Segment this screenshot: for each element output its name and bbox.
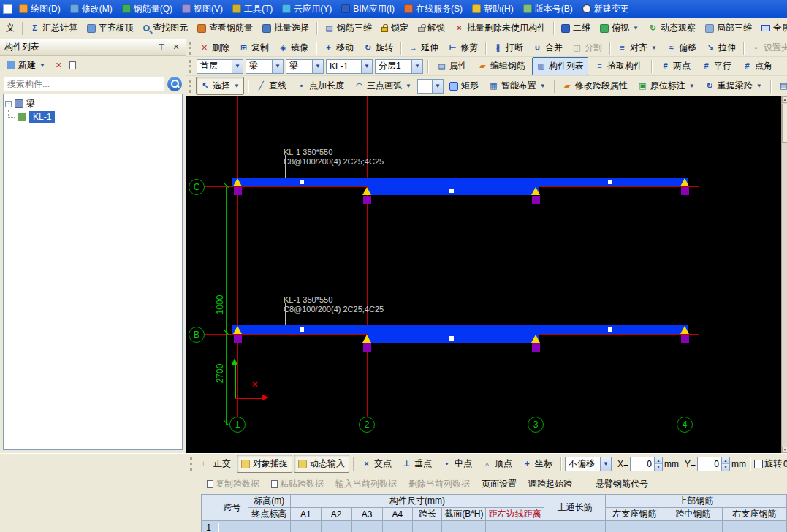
table-cell[interactable] — [321, 521, 351, 532]
grip-handle[interactable] — [300, 180, 304, 184]
trim-button[interactable]: ⊢修剪 — [444, 39, 482, 57]
column-header-section[interactable]: 截面(B*H) — [442, 508, 486, 521]
extend-button[interactable]: →延伸 — [404, 39, 443, 57]
column-header-left-edge-distance[interactable]: 距左边线距离 — [486, 508, 544, 521]
step-down-icon[interactable]: ▼ — [722, 464, 729, 471]
full-screen-button[interactable]: 全屏 — [757, 19, 787, 37]
select-tool-button[interactable]: ↖选择▼ — [196, 77, 244, 95]
new-component-button[interactable]: 新建 ▼ — [4, 58, 48, 73]
align-button[interactable]: ≡对齐▼ — [613, 39, 661, 57]
drawing-canvas[interactable]: KL-1 350*550 C8@100/200(4) 2C25;4C25 KL-… — [186, 96, 781, 453]
find-element-button[interactable]: 查找图元 — [139, 19, 192, 37]
table-cell[interactable] — [606, 521, 664, 532]
top-view-button[interactable]: 俯视▼ — [596, 19, 643, 37]
delete-button[interactable]: ✕删除 — [195, 39, 234, 57]
floor-select[interactable]: 首层▼ — [197, 59, 243, 74]
partial-3d-button[interactable]: 局部三维 — [701, 19, 756, 37]
break-button[interactable]: ∦打断 — [489, 39, 528, 57]
row-number[interactable]: 1 — [202, 521, 216, 532]
pick-component-button[interactable]: ≡拾取构件 — [590, 57, 647, 75]
vertex-snap-button[interactable]: ▵顶点 — [478, 455, 517, 473]
table-cell[interactable] — [290, 521, 321, 532]
coordinate-snap-button[interactable]: +坐标 — [518, 455, 557, 473]
column-header-mid-span[interactable]: 跨中钢筋 — [664, 508, 723, 521]
column-header-a2[interactable]: A2 — [321, 508, 351, 521]
column-header-elevation-group[interactable]: 标高(m) — [248, 495, 290, 508]
table-cell[interactable] — [664, 521, 723, 532]
input-current-column-button[interactable]: 输入当前列数据 — [332, 476, 400, 493]
search-button[interactable] — [167, 77, 182, 91]
delete-component-icon[interactable]: ✕ — [54, 61, 64, 70]
scroll-down-icon[interactable]: ▼ — [782, 446, 787, 453]
step-down-icon[interactable]: ▼ — [655, 464, 662, 471]
menu-rebar-quantity[interactable]: 钢筋量(Q) — [118, 1, 177, 18]
copy-span-data-button[interactable]: 复制跨数据 — [203, 476, 263, 493]
edit-rebar-button[interactable]: ▰编辑钢筋 — [474, 57, 530, 75]
line-tool-button[interactable]: ╱直线 — [252, 77, 291, 95]
column-header-a3[interactable]: A3 — [351, 508, 382, 521]
column-header-right-support[interactable]: 右支座钢筋 — [722, 508, 786, 521]
menu-tools[interactable]: 工具(T) — [228, 1, 277, 18]
column-header-a4[interactable]: A4 — [382, 508, 413, 521]
toolbar-grip[interactable] — [189, 42, 191, 55]
tree-node-beam[interactable]: − 梁 — [5, 97, 180, 110]
table-cell[interactable] — [413, 521, 442, 532]
table-cell[interactable] — [248, 521, 290, 532]
menu-draw[interactable]: 绘图(D) — [15, 1, 65, 18]
rotate-button[interactable]: ↻旋转 — [359, 39, 398, 57]
dynamic-input-toggle[interactable]: 动态输入 — [294, 455, 349, 473]
y-coordinate-stepper[interactable]: ▲▼ — [697, 457, 730, 471]
properties-button[interactable]: ▤属性 — [433, 57, 471, 75]
beam-KL1-axis-C-offset[interactable] — [368, 186, 539, 195]
cantilever-rebar-code-button[interactable]: 悬臂钢筋代号 — [592, 476, 652, 493]
adjust-start-span-button[interactable]: 调跨起始跨 — [525, 476, 576, 493]
three-point-arc-button[interactable]: ◠三点画弧▼ — [350, 77, 416, 95]
category-select[interactable]: 梁▼ — [246, 59, 284, 74]
batch-delete-unused-button[interactable]: ×批量删除未使用构件 — [450, 19, 550, 37]
step-up-icon[interactable]: ▲ — [655, 457, 662, 465]
y-input[interactable] — [697, 457, 722, 471]
toolbar-grip[interactable] — [190, 457, 192, 471]
point-plus-length-button[interactable]: •点加长度 — [292, 77, 349, 95]
menu-modify[interactable]: 修改(M) — [66, 1, 117, 18]
menu-view[interactable]: 视图(V) — [178, 1, 227, 18]
span-count-button[interactable]: ▤梁跨数 — [775, 77, 787, 95]
in-situ-annotation-button[interactable]: ▣原位标注▼ — [634, 77, 699, 95]
column-header-span-no[interactable]: 跨号 — [216, 495, 248, 521]
menu-help[interactable]: 帮助(H) — [468, 1, 518, 18]
re-extract-spans-button[interactable]: ↻重提梁跨▼ — [701, 77, 767, 95]
midpoint-snap-button[interactable]: •中点 — [438, 455, 476, 473]
modify-span-properties-button[interactable]: ▰修改跨段属性 — [558, 77, 632, 95]
column-header-a1[interactable]: A1 — [290, 508, 321, 521]
x-coordinate-stepper[interactable]: ▲▼ — [630, 457, 663, 471]
batch-select-button[interactable]: 批量选择 — [258, 19, 313, 37]
column-header-upper-rebar-group[interactable]: 上部钢筋 — [606, 495, 787, 508]
grip-handle[interactable] — [300, 327, 304, 332]
object-snap-toggle[interactable]: 对象捕捉 — [237, 455, 292, 473]
scrollbar-thumb[interactable] — [782, 104, 787, 143]
two-d-button[interactable]: 二维 — [557, 19, 595, 37]
table-cell[interactable] — [442, 521, 486, 532]
merge-button[interactable]: ∪合并 — [528, 39, 567, 57]
menu-online-service[interactable]: 在线服务(S) — [400, 1, 467, 18]
paste-span-data-button[interactable]: 粘贴跨数据 — [267, 476, 327, 493]
toolbar-grip[interactable] — [189, 60, 191, 73]
x-input[interactable] — [630, 457, 655, 471]
tree-node-kl1[interactable]: KL-1 — [5, 110, 180, 123]
menu-bim-app[interactable]: BIM应用(I) — [337, 1, 399, 18]
menu-version[interactable]: 版本号(B) — [519, 1, 577, 18]
two-point-button[interactable]: #两点 — [656, 57, 695, 75]
grip-handle[interactable] — [608, 327, 612, 332]
table-cell[interactable] — [722, 521, 786, 532]
rectangle-tool-button[interactable]: 矩形 — [445, 77, 483, 95]
ortho-toggle[interactable]: ∟正交 — [197, 455, 235, 473]
page-setup-button[interactable]: 页面设置 — [478, 476, 520, 493]
orbit-button[interactable]: ↻动态观察 — [644, 19, 700, 37]
search-input[interactable] — [4, 77, 164, 91]
component-select[interactable]: KL-1▼ — [326, 59, 373, 74]
step-up-icon[interactable]: ▲ — [722, 457, 729, 465]
stretch-button[interactable]: ↘拉伸 — [702, 39, 740, 57]
grip-handle[interactable] — [449, 336, 454, 341]
column-header-left-support[interactable]: 左支座钢筋 — [606, 508, 664, 521]
menu-new-change[interactable]: 新建变更 — [578, 1, 634, 18]
